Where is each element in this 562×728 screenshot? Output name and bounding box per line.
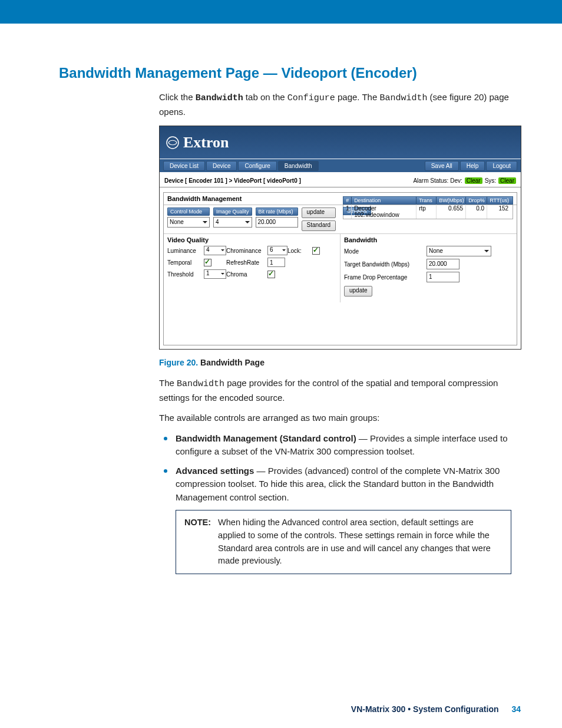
breadcrumb: Device [ Encoder 101 ] > VideoPort [ vid… — [164, 177, 301, 184]
luminance-select[interactable]: 4 — [204, 246, 226, 255]
logo-text: Extron — [183, 134, 229, 151]
bullet-list: Bandwidth Management (Standard control) … — [159, 432, 521, 505]
vq-title: Video Quality — [167, 236, 336, 243]
figure-title: Bandwidth Page — [198, 358, 265, 367]
cell-num: 1 — [343, 205, 352, 219]
bitrate-input[interactable]: 20.000 — [256, 217, 298, 228]
temporal-label: Temporal — [167, 259, 204, 266]
note-text: When hiding the Advanced control area se… — [218, 516, 503, 568]
code-standard: Standard — [363, 479, 399, 489]
bullet1-strong: Bandwidth Management (Standard control) — [176, 433, 356, 443]
temporal-checkbox[interactable] — [204, 259, 211, 266]
mode-select[interactable]: None — [427, 246, 491, 256]
streams-header: # Destination Trans BW(Mbps) Drop% RTT(u… — [343, 196, 513, 205]
alarm-prefix: Alarm Status: Dev: — [413, 177, 462, 184]
bw-title: Bandwidth — [344, 236, 513, 243]
hdr-bw: BW(Mbps) — [437, 197, 466, 204]
bitrate-label: Bit rate (Mbps) — [256, 207, 298, 216]
cell-drop: 0.0 — [466, 205, 487, 219]
lower-panels: Video Quality Luminance 4 Chrominance 6 … — [164, 234, 517, 302]
chrominance-label: Chrominance — [226, 248, 267, 254]
streams-row: 1 Decoder 102.videowindow rtp 0.655 0.0 … — [343, 205, 513, 219]
alarm-status: Alarm Status: Dev: Clear Sys: Clear — [413, 177, 516, 184]
refresh-label: RefreshRate — [226, 259, 267, 266]
note-label: NOTE: — [184, 516, 211, 568]
bandwidth-page-screenshot: Extron Device List Device Configure Band… — [159, 126, 521, 350]
figure-caption: Figure 20. Bandwidth Page — [159, 358, 521, 367]
bandwidth-panel-inner: Bandwidth Mode None Target Bandwidth (Mb… — [340, 234, 517, 302]
lock-checkbox[interactable] — [312, 247, 320, 255]
bandwidth-panel: Bandwidth Management Control Mode None I… — [163, 192, 517, 345]
code-bandwidth3: Bandwidth — [177, 379, 224, 389]
lock-label: Lock: — [287, 248, 312, 254]
page-footer: VN-Matrix 300 • System Configuration 34 — [351, 704, 521, 714]
target-bw-label: Target Bandwidth (Mbps) — [344, 261, 427, 268]
tab-configure[interactable]: Configure — [238, 161, 276, 171]
txt: Click the — [159, 92, 196, 102]
code-configure: Configure — [287, 93, 335, 103]
txt: page. The — [335, 92, 380, 102]
mode-label: Mode — [344, 248, 427, 255]
video-quality-panel: Video Quality Luminance 4 Chrominance 6 … — [164, 234, 340, 302]
refresh-input[interactable]: 1 — [267, 258, 285, 267]
frame-drop-label: Frame Drop Percentage — [344, 274, 427, 281]
note-box: NOTE: When hiding the Advanced control a… — [176, 510, 511, 574]
hdr-trans: Trans — [416, 197, 437, 204]
mgmt-row: Control Mode None Image Quality 4 Bit ra… — [164, 205, 517, 234]
chrominance-select[interactable]: 6 — [267, 246, 287, 255]
image-quality-select[interactable]: 4 — [213, 217, 252, 228]
threshold-select[interactable]: 1 — [204, 269, 226, 279]
bullet-advanced: Advanced settings — Provides (advanced) … — [159, 465, 521, 505]
extron-logo: Extron — [166, 134, 229, 151]
logout-button[interactable]: Logout — [486, 161, 517, 171]
dev-clear-badge: Clear — [465, 177, 482, 184]
alarm-mid: Sys: — [485, 177, 496, 184]
tab-bar: Device List Device Configure Bandwidth S… — [160, 159, 521, 172]
intro-paragraph: Click the Bandwidth tab on the Configure… — [159, 91, 521, 118]
cell-trans: rtp — [416, 205, 437, 219]
chroma-label: Chroma — [226, 271, 267, 278]
footer-title: VN-Matrix 300 • System Configuration — [351, 704, 499, 714]
footer-page-number: 34 — [511, 704, 521, 714]
frame-drop-input[interactable]: 1 — [427, 272, 459, 282]
hdr-dest: Destination — [352, 197, 416, 204]
app-header: Extron — [160, 126, 521, 159]
control-mode-select[interactable]: None — [167, 217, 210, 228]
breadcrumb-bar: Device [ Encoder 101 ] > VideoPort [ vid… — [160, 174, 521, 187]
cell-rtt: 152 — [487, 205, 511, 219]
bullet-standard: Bandwidth Management (Standard control) … — [159, 432, 521, 459]
standard-button[interactable]: Standard — [302, 220, 336, 231]
tab-device[interactable]: Device — [206, 161, 237, 171]
tab-device-list[interactable]: Device List — [163, 161, 205, 171]
page-content: Bandwidth Management Page — Videoport (E… — [0, 24, 562, 598]
sys-clear-badge: Clear — [498, 177, 516, 184]
hdr-num: # — [343, 197, 352, 204]
target-bw-input[interactable]: 20.000 — [427, 259, 459, 269]
txt: tab on the — [243, 92, 287, 102]
help-button[interactable]: Help — [460, 161, 485, 171]
image-quality-label: Image Quality — [213, 207, 252, 216]
bullet2-strong: Advanced settings — [176, 466, 254, 476]
bw-update-button[interactable]: update — [344, 286, 372, 297]
top-accent-bar — [0, 0, 562, 24]
code-bandwidth2: Bandwidth — [379, 93, 427, 103]
control-mode-label: Control Mode — [167, 207, 210, 216]
save-all-button[interactable]: Save All — [425, 161, 459, 171]
desc-paragraph-2: The available controls are arranged as t… — [159, 411, 521, 425]
desc-paragraph-1: The Bandwidth page provides for the cont… — [159, 377, 521, 404]
hdr-rtt: RTT(us) — [487, 197, 511, 204]
hdr-drop: Drop% — [466, 197, 487, 204]
tab-bandwidth[interactable]: Bandwidth — [278, 161, 319, 171]
cell-dest: Decoder 102.videowindow — [352, 205, 416, 219]
luminance-label: Luminance — [167, 248, 204, 254]
page-title: Bandwidth Management Page — Videoport (E… — [59, 65, 521, 81]
threshold-label: Threshold — [167, 271, 204, 278]
txt: The — [159, 378, 177, 388]
chroma-checkbox[interactable] — [267, 271, 275, 278]
update-button[interactable]: update — [302, 207, 336, 218]
figure-number: Figure 20. — [159, 358, 198, 367]
cell-bw: 0.655 — [437, 205, 466, 219]
code-bandwidth: Bandwidth — [196, 93, 243, 103]
swirl-icon — [166, 136, 180, 150]
